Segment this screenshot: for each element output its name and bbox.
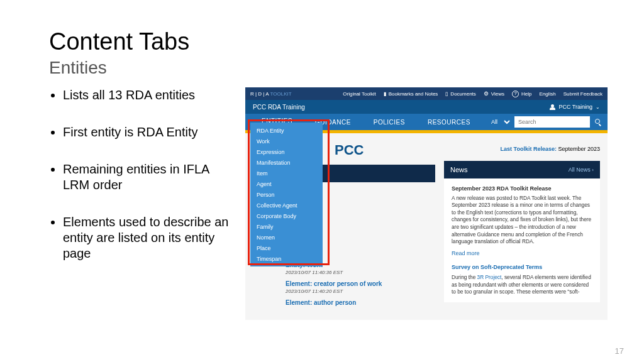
dropdown-item[interactable]: Agent [250,178,323,189]
brand-prefix: R | D | A [250,91,269,97]
search-button[interactable] [592,116,604,128]
news-item-body: A new release was posted to RDA Toolkit … [452,195,592,246]
chevron-right-icon: › [592,167,594,173]
top-bar: R | D | A TOOLKIT Original Toolkit Bookm… [245,87,608,100]
slide-subtitle: Entities [49,58,107,78]
recent-timestamp: 2023/10/07 11:40:36 EST [286,270,435,275]
news-heading: News [450,166,468,173]
bullet-item: Elements used to describe an entity are … [63,214,238,261]
dropdown-item[interactable]: Corporate Body [250,211,323,221]
dropdown-item[interactable]: Timespan [250,253,323,264]
bullet-list: Lists all 13 RDA entities First entity i… [49,87,238,283]
dropdown-item[interactable]: Family [250,221,323,232]
bookmark-icon [384,91,386,97]
training-title: PCC RDA Training [253,104,305,111]
document-icon [445,91,448,97]
link-original-toolkit[interactable]: Original Toolkit [343,91,375,97]
right-column: Last Toolkit Release: September 2023 New… [444,140,600,311]
search-icon [595,119,601,125]
brand-logo[interactable]: R | D | A TOOLKIT [250,91,292,97]
news-item-title: September 2023 RDA Toolkit Release [452,185,592,193]
link-documents[interactable]: Documents [445,91,475,97]
slide: Content Tabs Entities Lists all 13 RDA e… [0,0,644,362]
filter-select[interactable]: All [485,116,512,128]
app-screenshot: R | D | A TOOLKIT Original Toolkit Bookm… [245,87,608,320]
link-views[interactable]: Views [484,90,504,97]
link-feedback[interactable]: Submit Feedback [564,91,602,97]
dropdown-item[interactable]: Person [250,189,323,200]
user-menu[interactable]: PCC Training ⌄ [550,104,600,110]
news-body: September 2023 RDA Toolkit Release A new… [444,178,600,302]
read-more-link[interactable]: Read more [452,250,592,258]
gear-icon [484,90,489,97]
page-number: 17 [615,346,624,356]
dropdown-item[interactable]: Collective Agent [250,200,323,211]
tab-resources[interactable]: RESOURCES [416,114,482,130]
bullet-item: First entity is RDA Entity [63,124,238,140]
link-help[interactable]: Help [512,90,531,97]
dropdown-item[interactable]: RDA Entity [250,125,323,136]
dropdown-item[interactable]: Place [250,243,323,253]
recent-item: Element: creator person of work 2023/10/… [286,280,435,294]
tab-policies[interactable]: POLICIES [362,114,416,130]
news-header: News All News › [444,161,600,178]
link-language[interactable]: English [539,91,555,97]
slide-title: Content Tabs [49,28,189,55]
brand-suffix: TOOLKIT [270,91,292,97]
inline-link[interactable]: 3R Project [477,274,502,280]
chevron-down-icon: ⌄ [596,104,600,110]
release-label: Last Toolkit Release: [501,146,557,152]
recent-link[interactable]: Element: creator person of work [286,280,435,287]
page-title: PCC [335,142,435,158]
news-item-body: During the 3R Project, several RDA eleme… [452,274,592,296]
dropdown-item[interactable]: Nomen [250,232,323,243]
dropdown-item[interactable]: Item [250,168,323,178]
news-item-title[interactable]: Survey on Soft-Deprecated Terms [452,263,592,272]
bullet-item: Remaining entities in IFLA LRM order [63,162,238,193]
recent-link[interactable]: Element: author person [286,299,435,306]
dropdown-item[interactable]: Work [250,136,323,146]
help-icon [512,90,519,97]
dropdown-item[interactable]: Manifestation [250,157,323,168]
release-value: September 2023 [558,146,600,152]
sub-header: PCC RDA Training PCC Training ⌄ [245,100,608,114]
all-news-link[interactable]: All News › [569,167,594,173]
entities-dropdown: RDA Entity Work Expression Manifestation… [250,123,323,266]
person-icon [550,104,555,110]
recent-item: Element: author person [286,299,435,306]
release-line: Last Toolkit Release: September 2023 [444,146,600,152]
recent-timestamp: 2023/10/07 11:40:20 EST [286,288,435,294]
bullet-item: Lists all 13 RDA entities [63,87,238,103]
recent-list: Entity: Work 2023/10/07 11:40:36 EST Ele… [286,261,435,306]
search-input[interactable] [514,116,590,128]
link-bookmarks[interactable]: Bookmarks and Notes [384,91,438,97]
dropdown-item[interactable]: Expression [250,146,323,157]
